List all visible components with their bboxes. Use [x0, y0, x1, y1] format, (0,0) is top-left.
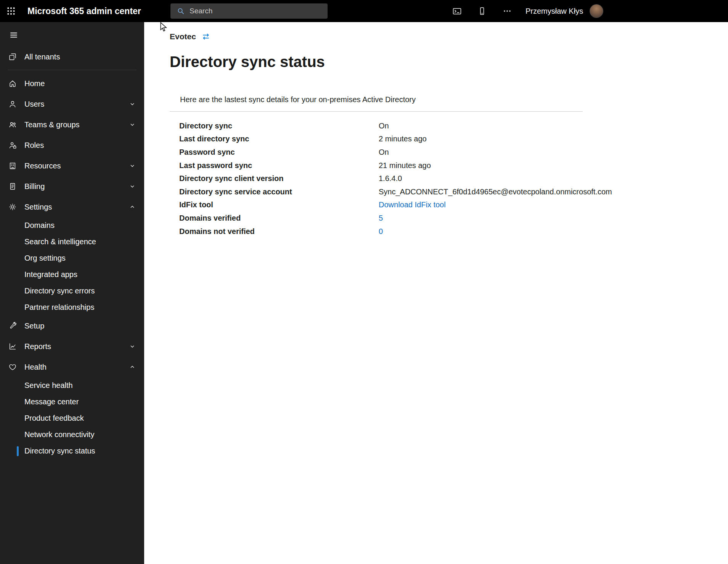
resources-icon	[8, 162, 17, 170]
table-row: Last password sync 21 minutes ago	[179, 159, 728, 172]
table-row: Domains verified 5	[179, 212, 728, 225]
user-name[interactable]: Przemysław Kłys	[526, 7, 583, 16]
sidebar-item-domains[interactable]: Domains	[0, 217, 144, 234]
sidebar-item-product-feedback[interactable]: Product feedback	[0, 410, 144, 426]
sidebar-item-message-center[interactable]: Message center	[0, 394, 144, 410]
domains-verified-link[interactable]: 5	[379, 214, 728, 223]
more-button[interactable]	[499, 0, 516, 22]
chevron-down-icon	[129, 101, 136, 107]
console-icon	[452, 6, 462, 16]
sidebar-subitem-label: Domains	[24, 221, 55, 230]
sidebar-item-teams-groups[interactable]: Teams & groups	[0, 114, 144, 135]
sidebar-subitem-label: Message center	[24, 397, 79, 406]
sidebar-item-setup[interactable]: Setup	[0, 316, 144, 336]
sidebar-item-users[interactable]: Users	[0, 94, 144, 114]
sidebar-item-billing[interactable]: Billing	[0, 176, 144, 197]
detail-value: On	[379, 148, 728, 157]
intro-text: Here are the lastest sync details for yo…	[170, 95, 728, 104]
table-row: Domains not verified 0	[179, 225, 728, 238]
sidebar-divider	[8, 70, 137, 70]
sidebar-subitem-label: Org settings	[24, 254, 66, 263]
nav-collapse-button[interactable]	[5, 27, 22, 43]
sidebar-item-label: Health	[24, 363, 47, 372]
detail-value: 1.6.4.0	[379, 174, 728, 183]
main-content: Evotec Directory sync status Here are th…	[144, 22, 728, 564]
ellipsis-icon	[503, 6, 512, 16]
tenant-name: Evotec	[170, 32, 196, 41]
sidebar-item-label: Setup	[24, 322, 44, 330]
chart-icon	[8, 342, 17, 351]
selected-indicator	[17, 446, 19, 456]
app-title[interactable]: Microsoft 365 admin center	[27, 6, 141, 16]
table-row: Password sync On	[179, 146, 728, 159]
sidebar-item-partner-relationships[interactable]: Partner relationships	[0, 299, 144, 316]
heart-icon	[8, 363, 17, 371]
mobile-app-button[interactable]	[474, 0, 490, 22]
sidebar-item-org-settings[interactable]: Org settings	[0, 250, 144, 266]
waffle-icon	[6, 6, 16, 16]
search-icon	[177, 7, 185, 15]
sidebar-item-roles[interactable]: Roles	[0, 135, 144, 155]
billing-icon	[8, 182, 17, 191]
avatar[interactable]	[590, 4, 603, 18]
sidebar-subitem-label: Network connectivity	[24, 430, 94, 439]
detail-value: 2 minutes ago	[379, 135, 728, 143]
domains-not-verified-link[interactable]: 0	[379, 227, 728, 236]
detail-label: Directory sync client version	[179, 174, 379, 183]
detail-label: Directory sync service account	[179, 187, 379, 196]
sidebar-item-label: Reports	[24, 342, 51, 351]
table-row: IdFix tool Download IdFix tool	[179, 199, 728, 212]
home-icon	[8, 79, 17, 88]
topbar-actions: Przemysław Kłys	[448, 0, 603, 22]
page-title: Directory sync status	[170, 53, 728, 71]
detail-label: Password sync	[179, 148, 379, 157]
chevron-up-icon	[129, 364, 136, 370]
wrench-icon	[8, 322, 17, 330]
search-input[interactable]	[190, 7, 323, 15]
detail-label: Directory sync	[179, 122, 379, 130]
table-row: Last directory sync 2 minutes ago	[179, 133, 728, 146]
sidebar-item-label: Roles	[24, 141, 44, 150]
chevron-up-icon	[129, 203, 136, 210]
sidebar-item-home[interactable]: Home	[0, 73, 144, 94]
sidebar-item-service-health[interactable]: Service health	[0, 377, 144, 394]
chevron-down-icon	[129, 162, 136, 169]
divider	[170, 111, 583, 112]
users-icon	[8, 100, 17, 108]
search-box[interactable]	[170, 3, 328, 19]
sidebar-item-directory-sync-status[interactable]: Directory sync status	[0, 443, 144, 459]
sidebar-item-settings[interactable]: Settings	[0, 197, 144, 217]
sidebar-subitem-label: Partner relationships	[24, 303, 94, 312]
table-row: Directory sync On	[179, 119, 728, 133]
table-row: Directory sync client version 1.6.4.0	[179, 172, 728, 185]
sidebar-item-resources[interactable]: Resources	[0, 155, 144, 176]
sidebar-item-directory-sync-errors[interactable]: Directory sync errors	[0, 283, 144, 299]
sidebar-subitem-label: Integrated apps	[24, 270, 77, 279]
console-button[interactable]	[448, 0, 465, 22]
sidebar-item-network-connectivity[interactable]: Network connectivity	[0, 426, 144, 443]
tenant-switch-button[interactable]	[201, 32, 211, 41]
sidebar-item-label: Billing	[24, 182, 45, 191]
sidebar-subitem-label: Directory sync status	[24, 447, 95, 455]
swap-arrows-icon	[201, 32, 211, 41]
sidebar-item-reports[interactable]: Reports	[0, 336, 144, 357]
detail-label: Domains not verified	[179, 227, 379, 236]
chevron-down-icon	[129, 343, 136, 350]
sync-details-table: Directory sync On Last directory sync 2 …	[170, 119, 728, 238]
download-idfix-link[interactable]: Download IdFix tool	[379, 200, 728, 209]
sidebar-item-integrated-apps[interactable]: Integrated apps	[0, 266, 144, 283]
sidebar-item-all-tenants[interactable]: All tenants	[0, 46, 144, 67]
sidebar-item-label: Settings	[24, 203, 52, 212]
hamburger-icon	[9, 30, 18, 40]
detail-label: Last password sync	[179, 161, 379, 170]
sidebar-item-search-intelligence[interactable]: Search & intelligence	[0, 234, 144, 250]
topbar: Microsoft 365 admin center Przemysław Kł…	[0, 0, 728, 22]
table-row: Directory sync service account Sync_ADCO…	[179, 185, 728, 199]
app-launcher-button[interactable]	[0, 0, 22, 22]
sidebar-item-label: Users	[24, 100, 44, 109]
sidebar-subitem-label: Service health	[24, 381, 73, 390]
sidebar-item-health[interactable]: Health	[0, 357, 144, 377]
sidebar-subitem-label: Product feedback	[24, 414, 84, 423]
sidebar-item-label: Resources	[24, 162, 61, 170]
chevron-down-icon	[129, 183, 136, 190]
